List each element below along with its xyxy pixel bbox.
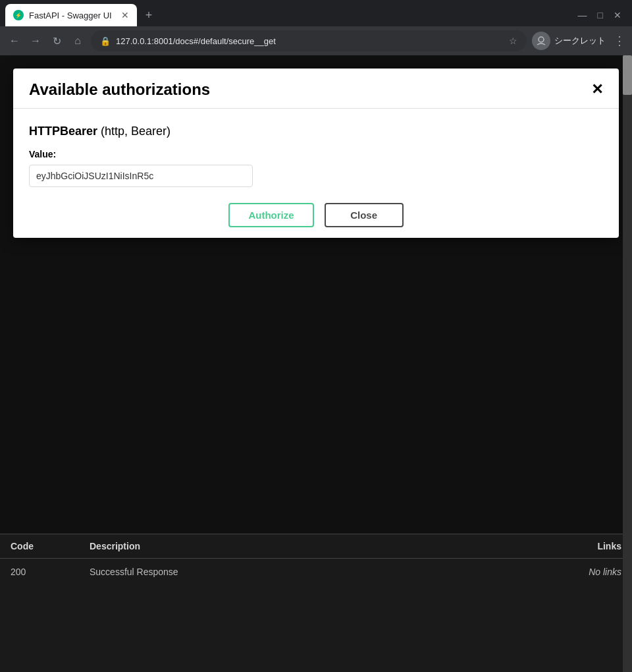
table-header: Code Description Links (0, 534, 632, 559)
table-row: 200 Successful Response No links (0, 559, 632, 585)
more-options-icon[interactable]: ⋮ (614, 34, 625, 48)
home-button[interactable]: ⌂ (70, 35, 86, 47)
svg-point-2 (539, 37, 544, 42)
address-field[interactable]: 🔒 127.0.0.1:8001/docs#/default/secure__g… (91, 30, 527, 51)
col-description: Description (90, 541, 542, 551)
responses-table: Code Description Links 200 Successful Re… (0, 534, 632, 672)
window-close-button[interactable]: ✕ (614, 10, 621, 20)
new-tab-button[interactable]: + (140, 6, 158, 24)
scrollbar-thumb[interactable] (623, 55, 632, 95)
browser-content: Authorize 🔒 Available authorizations ✕ H… (0, 55, 632, 672)
scheme-details: (http, Bearer) (97, 125, 171, 138)
url-text: 127.0.0.1:8001/docs#/default/secure__get (116, 36, 504, 46)
modal-header: Available authorizations ✕ (13, 69, 619, 109)
incognito-icon (532, 32, 550, 50)
window-controls: — □ ✕ (578, 10, 627, 20)
modal-title: Available authorizations (29, 80, 210, 99)
svg-text:⚡: ⚡ (15, 12, 22, 18)
tab-close-icon[interactable]: ✕ (121, 10, 129, 20)
scheme-title: HTTPBearer (http, Bearer) (29, 125, 603, 138)
modal-body: HTTPBearer (http, Bearer) Value: Authori… (13, 109, 619, 238)
modal-close-button[interactable]: ✕ (591, 82, 603, 97)
address-bar: ← → ↻ ⌂ 🔒 127.0.0.1:8001/docs#/default/s… (0, 26, 632, 55)
value-label: Value: (29, 149, 603, 159)
tab-favicon: ⚡ (13, 10, 24, 20)
auth-modal: Available authorizations ✕ HTTPBearer (h… (13, 69, 619, 238)
row-links: No links (542, 567, 621, 577)
modal-authorize-button[interactable]: Authorize (228, 203, 313, 227)
col-code: Code (11, 541, 90, 551)
back-button[interactable]: ← (7, 35, 22, 47)
title-bar: ⚡ FastAPI - Swagger UI ✕ + — □ ✕ (0, 0, 632, 26)
incognito-label: シークレット (554, 35, 606, 47)
browser-chrome: ⚡ FastAPI - Swagger UI ✕ + — □ ✕ ← → ↻ ⌂… (0, 0, 632, 55)
minimize-button[interactable]: — (578, 10, 587, 20)
tab-title: FastAPI - Swagger UI (29, 11, 112, 20)
auth-section: HTTPBearer (http, Bearer) Value: (29, 125, 603, 187)
reload-button[interactable]: ↻ (49, 35, 65, 47)
col-links: Links (542, 541, 621, 551)
modal-actions: Authorize Close (29, 203, 603, 227)
restore-button[interactable]: □ (598, 10, 603, 20)
bookmark-icon[interactable]: ☆ (509, 36, 517, 46)
active-tab[interactable]: ⚡ FastAPI - Swagger UI ✕ (5, 4, 137, 26)
row-code: 200 (11, 567, 90, 577)
modal-close-btn[interactable]: Close (325, 203, 404, 227)
scrollbar[interactable] (623, 55, 632, 672)
scheme-name: HTTPBearer (29, 125, 97, 138)
value-input[interactable] (29, 165, 253, 187)
swagger-page: Authorize 🔒 Available authorizations ✕ H… (0, 55, 632, 672)
forward-button[interactable]: → (28, 35, 43, 47)
incognito-area: シークレット (532, 32, 608, 50)
row-description: Successful Response (90, 567, 542, 577)
